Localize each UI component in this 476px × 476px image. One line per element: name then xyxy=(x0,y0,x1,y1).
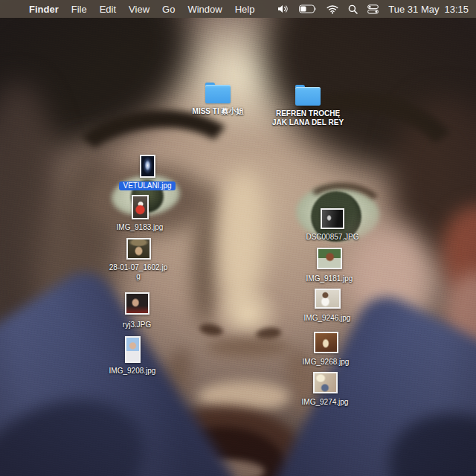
file-label: DSC00857.JPG xyxy=(306,233,358,242)
folder-icon xyxy=(295,85,321,106)
folder-miss-ti[interactable]: MISS TI 蔡小姐 xyxy=(177,83,259,116)
menu-window[interactable]: Window xyxy=(187,4,222,15)
menu-help[interactable]: Help xyxy=(235,4,255,15)
menu-items: Finder File Edit View Go Window Help xyxy=(0,4,267,15)
file-img-9183[interactable]: IMG_9183.jpg xyxy=(103,195,177,232)
folder-refren-troche[interactable]: REFREN TROCHĘ JAK LANA DEL REY xyxy=(267,85,349,127)
menu-status-area: Tue 31 May 13:15 xyxy=(277,4,476,15)
file-thumbnail xyxy=(132,195,149,219)
folder-label: MISS TI 蔡小姐 xyxy=(177,107,259,116)
file-thumbnail xyxy=(315,289,341,309)
file-thumbnail xyxy=(321,208,344,229)
desktop-screen: Finder File Edit View Go Window Help xyxy=(0,0,476,476)
file-vetulani[interactable]: VETULANI.jpg xyxy=(110,155,184,190)
file-dsc00857[interactable]: DSC00857.JPG xyxy=(295,208,370,242)
battery-icon[interactable] xyxy=(299,4,317,13)
file-img-9274[interactable]: IMG_9274.jpg xyxy=(288,372,362,407)
file-img-9268[interactable]: IMG_9268.jpg xyxy=(289,332,363,367)
file-thumbnail xyxy=(126,238,151,260)
menu-view[interactable]: View xyxy=(129,4,149,15)
menu-finder[interactable]: Finder xyxy=(29,4,59,15)
control-center-icon[interactable] xyxy=(367,4,379,14)
file-img-9208[interactable]: IMG_9208.jpg xyxy=(95,336,170,376)
folder-label: REFREN TROCHĘ JAK LANA DEL REY xyxy=(267,109,349,127)
file-label: IMG_9183.jpg xyxy=(117,223,164,232)
file-thumbnail xyxy=(125,292,149,315)
file-label-selected: VETULANI.jpg xyxy=(119,181,175,190)
folder-icon xyxy=(205,83,231,103)
file-thumbnail xyxy=(314,332,338,353)
file-label: ryj3.JPG xyxy=(123,321,151,329)
menu-go[interactable]: Go xyxy=(162,4,175,15)
file-ryj3[interactable]: ryj3.JPG xyxy=(100,292,174,329)
menu-date: Tue 31 May xyxy=(388,4,439,15)
file-label: IMG_9208.jpg xyxy=(109,367,156,376)
file-label: IMG_9268.jpg xyxy=(303,358,350,367)
file-thumbnail xyxy=(140,155,155,178)
wifi-icon[interactable] xyxy=(327,4,338,14)
menu-bar: Finder File Edit View Go Window Help xyxy=(0,0,476,18)
vignette xyxy=(0,0,476,476)
file-img-9181[interactable]: IMG_9181.jpg xyxy=(292,248,367,283)
file-label: 28-01-07_1602.jp g xyxy=(109,263,167,281)
file-label: IMG_9181.jpg xyxy=(306,274,353,283)
menu-time: 13:15 xyxy=(444,4,469,15)
file-28-01-07[interactable]: 28-01-07_1602.jp g xyxy=(101,238,176,281)
menu-edit[interactable]: Edit xyxy=(100,4,116,15)
volume-icon[interactable] xyxy=(277,4,289,13)
file-img-9246[interactable]: IMG_9246.jpg xyxy=(290,289,364,323)
file-thumbnail xyxy=(317,248,342,269)
menu-clock[interactable]: Tue 31 May 13:15 xyxy=(388,4,469,15)
menu-file[interactable]: File xyxy=(71,4,87,15)
desktop-wallpaper[interactable] xyxy=(0,0,476,476)
file-label: IMG_9246.jpg xyxy=(304,314,351,323)
file-thumbnail xyxy=(313,372,338,393)
spotlight-icon[interactable] xyxy=(348,4,358,14)
file-thumbnail xyxy=(125,336,141,363)
file-label: IMG_9274.jpg xyxy=(302,398,349,407)
